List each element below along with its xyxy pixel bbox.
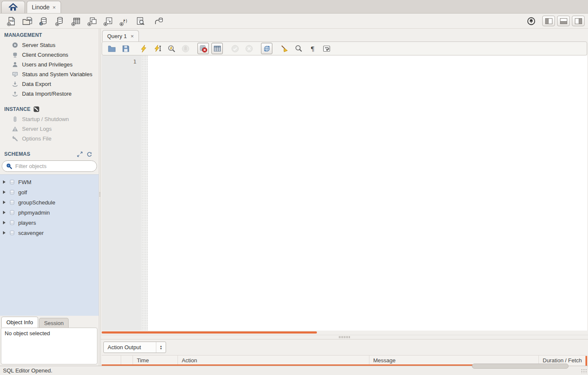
notification-button[interactable] bbox=[525, 15, 538, 27]
explain-button[interactable] bbox=[166, 43, 177, 54]
sidebar-item-users-privileges[interactable]: Users and Privileges bbox=[0, 60, 99, 69]
info-tab-bar: Object Info Session bbox=[0, 316, 99, 328]
editor-horizontal-scrollbar[interactable] bbox=[102, 331, 587, 335]
schema-tree: FWM golf groupSchedule phpmyadmin player bbox=[0, 174, 99, 316]
output-scrollbar-vertical[interactable] bbox=[585, 356, 587, 366]
toggle-left-panel-button[interactable] bbox=[542, 16, 555, 26]
sidebar-item-startup-shutdown[interactable]: Startup / Shutdown bbox=[0, 114, 99, 124]
limit-rows-grid-icon bbox=[213, 44, 222, 53]
sidebar-item-system-variables[interactable]: Status and System Variables bbox=[0, 69, 99, 79]
select-spinner-icon: ▲▼ bbox=[156, 342, 166, 353]
sidebar-item-server-status[interactable]: Server Status bbox=[0, 40, 99, 50]
tab-session[interactable]: Session bbox=[39, 318, 69, 328]
open-sql-script-button[interactable]: SQL bbox=[19, 15, 36, 28]
toggle-bottom-panel-button[interactable] bbox=[557, 16, 570, 26]
stop-button[interactable] bbox=[180, 43, 191, 54]
expand-arrow-icon[interactable] bbox=[3, 201, 6, 204]
create-schema-button[interactable] bbox=[52, 15, 68, 28]
search-data-button[interactable] bbox=[132, 15, 148, 28]
sql-code-editor[interactable]: 1 bbox=[102, 55, 587, 331]
code-folding-strip bbox=[141, 55, 148, 331]
search-icon bbox=[6, 163, 12, 169]
instance-section-header: INSTANCE bbox=[0, 103, 99, 114]
pilcrow-icon: ¶ bbox=[308, 44, 317, 53]
save-floppy-icon bbox=[122, 44, 130, 53]
toggle-stop-on-error-button[interactable] bbox=[197, 43, 209, 54]
execute-current-button[interactable] bbox=[152, 43, 163, 54]
new-query-tab-button[interactable]: SQL bbox=[3, 15, 19, 28]
schema-item-players[interactable]: players bbox=[0, 218, 99, 228]
schema-item-scavenger[interactable]: scavenger bbox=[0, 228, 99, 238]
output-type-select[interactable]: Action Output ▲▼ bbox=[103, 342, 166, 353]
data-transfer-button[interactable] bbox=[151, 15, 167, 28]
scrollbar-thumb[interactable] bbox=[102, 331, 317, 334]
new-sql-document-icon: SQL bbox=[6, 16, 17, 26]
toggle-wrap-button[interactable] bbox=[321, 43, 332, 54]
expand-arrow-icon[interactable] bbox=[3, 211, 6, 214]
expand-arrow-icon[interactable] bbox=[3, 221, 6, 224]
rollback-x-icon bbox=[245, 44, 253, 53]
close-icon[interactable]: × bbox=[53, 5, 56, 10]
instance-title: INSTANCE bbox=[4, 106, 31, 112]
sidebar-item-server-logs[interactable]: Server Logs bbox=[0, 124, 99, 134]
connection-tab-bar: Linode × bbox=[0, 0, 588, 14]
sidebar-item-label: Options File bbox=[22, 135, 51, 142]
broom-icon bbox=[280, 44, 289, 53]
server-status-icon bbox=[11, 42, 18, 49]
splitter-grip bbox=[339, 336, 350, 338]
home-tab[interactable] bbox=[1, 1, 25, 13]
window-resize-grip[interactable] bbox=[581, 369, 587, 374]
schemas-section-header: SCHEMAS bbox=[0, 148, 99, 159]
warning-triangle-icon bbox=[11, 126, 18, 132]
schema-item-fwm[interactable]: FWM bbox=[0, 177, 99, 187]
object-info-panel: No object selected bbox=[1, 328, 97, 364]
schema-item-phpmyadmin[interactable]: phpmyadmin bbox=[0, 207, 99, 218]
find-button[interactable] bbox=[293, 43, 304, 54]
sidebar-item-label: Client Connections bbox=[22, 52, 68, 58]
sidebar-item-data-import[interactable]: Data Import/Restore bbox=[0, 89, 99, 99]
sidebar-item-client-connections[interactable]: Client Connections bbox=[0, 50, 99, 60]
open-sql-script-icon: SQL bbox=[22, 16, 33, 26]
close-icon[interactable]: × bbox=[130, 33, 134, 39]
vertical-splitter[interactable] bbox=[99, 29, 101, 366]
save-script-button[interactable] bbox=[120, 43, 131, 54]
right-panel-icon bbox=[575, 18, 582, 24]
rollback-button[interactable] bbox=[243, 43, 255, 54]
schema-name: phpmyadmin bbox=[18, 210, 50, 216]
open-file-button[interactable] bbox=[106, 43, 117, 54]
commit-button[interactable] bbox=[229, 43, 241, 54]
execute-button[interactable] bbox=[138, 43, 149, 54]
create-table-button[interactable] bbox=[68, 15, 84, 28]
expand-arrow-icon[interactable] bbox=[3, 180, 6, 184]
create-schema-icon bbox=[54, 16, 65, 26]
output-splitter[interactable] bbox=[101, 335, 588, 339]
toggle-right-panel-button[interactable] bbox=[572, 16, 585, 26]
create-procedure-button[interactable] bbox=[100, 15, 116, 28]
sidebar-item-label: Startup / Shutdown bbox=[22, 116, 69, 122]
sidebar-item-options-file[interactable]: Options File bbox=[0, 134, 99, 143]
connection-tab-linode[interactable]: Linode × bbox=[27, 1, 61, 13]
management-section-header: MANAGEMENT bbox=[0, 29, 99, 40]
create-table-icon bbox=[70, 16, 81, 26]
toggle-invisibles-button[interactable]: ¶ bbox=[307, 43, 318, 54]
schema-item-golf[interactable]: golf bbox=[0, 187, 99, 197]
create-function-button[interactable]: () bbox=[116, 15, 132, 28]
database-schema-icon bbox=[9, 179, 15, 185]
output-hscroll-thumb[interactable] bbox=[472, 364, 569, 369]
tab-query-1[interactable]: Query 1 × bbox=[102, 30, 139, 41]
schema-filter-input[interactable] bbox=[15, 163, 93, 169]
schema-item-groupschedule[interactable]: groupSchedule bbox=[0, 197, 99, 207]
expand-arrow-icon[interactable] bbox=[3, 231, 6, 234]
refresh-icon[interactable] bbox=[86, 152, 92, 157]
expand-panel-icon[interactable] bbox=[77, 152, 83, 157]
database-info-button[interactable]: i bbox=[36, 15, 52, 28]
toggle-autocommit-button[interactable] bbox=[261, 43, 272, 54]
sidebar-item-data-export[interactable]: Data Export bbox=[0, 79, 99, 89]
code-text-area[interactable] bbox=[148, 55, 587, 331]
tab-object-info[interactable]: Object Info bbox=[1, 317, 38, 328]
beautify-button[interactable] bbox=[279, 43, 290, 54]
limit-rows-button[interactable] bbox=[211, 43, 223, 54]
expand-arrow-icon[interactable] bbox=[3, 190, 6, 194]
create-view-button[interactable] bbox=[84, 15, 100, 28]
splitter-grip bbox=[99, 192, 100, 197]
